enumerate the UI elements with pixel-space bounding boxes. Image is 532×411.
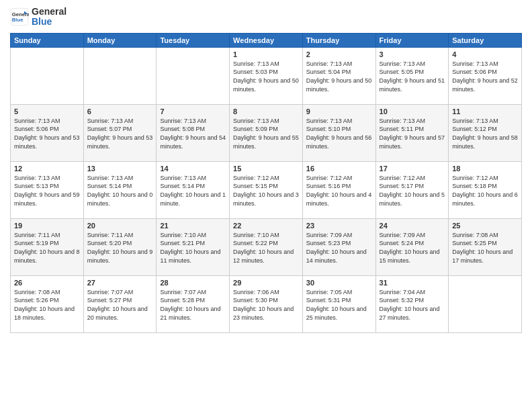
- calendar-cell: 2Sunrise: 7:13 AM Sunset: 5:04 PM Daylig…: [302, 47, 375, 104]
- day-details: Sunrise: 7:08 AM Sunset: 5:25 PM Dayligh…: [452, 231, 518, 265]
- calendar-cell: 12Sunrise: 7:13 AM Sunset: 5:13 PM Dayli…: [11, 161, 84, 218]
- calendar-cell: 6Sunrise: 7:13 AM Sunset: 5:07 PM Daylig…: [83, 104, 157, 161]
- day-details: Sunrise: 7:04 AM Sunset: 5:32 PM Dayligh…: [380, 288, 445, 322]
- weekday-header-monday: Monday: [83, 33, 157, 47]
- day-number: 18: [452, 165, 518, 173]
- day-number: 2: [306, 50, 372, 58]
- day-number: 20: [87, 222, 153, 230]
- header: General Blue General Blue: [10, 7, 522, 28]
- day-number: 17: [380, 165, 445, 173]
- day-details: Sunrise: 7:13 AM Sunset: 5:12 PM Dayligh…: [452, 117, 518, 150]
- calendar-cell: [157, 47, 230, 104]
- week-row-5: 26Sunrise: 7:08 AM Sunset: 5:26 PM Dayli…: [11, 275, 522, 332]
- calendar-cell: 7Sunrise: 7:13 AM Sunset: 5:08 PM Daylig…: [157, 104, 230, 161]
- calendar-cell: 10Sunrise: 7:13 AM Sunset: 5:11 PM Dayli…: [375, 104, 449, 161]
- day-details: Sunrise: 7:10 AM Sunset: 5:22 PM Dayligh…: [233, 231, 299, 265]
- day-number: 14: [160, 165, 226, 173]
- week-row-3: 12Sunrise: 7:13 AM Sunset: 5:13 PM Dayli…: [11, 161, 522, 218]
- day-details: Sunrise: 7:06 AM Sunset: 5:30 PM Dayligh…: [233, 288, 299, 322]
- day-details: Sunrise: 7:13 AM Sunset: 5:08 PM Dayligh…: [160, 117, 226, 150]
- day-details: Sunrise: 7:08 AM Sunset: 5:26 PM Dayligh…: [14, 288, 80, 322]
- calendar-cell: 27Sunrise: 7:07 AM Sunset: 5:27 PM Dayli…: [83, 275, 157, 332]
- calendar-cell: 9Sunrise: 7:13 AM Sunset: 5:10 PM Daylig…: [302, 104, 375, 161]
- svg-text:Blue: Blue: [12, 17, 24, 23]
- calendar-cell: 5Sunrise: 7:13 AM Sunset: 5:06 PM Daylig…: [11, 104, 84, 161]
- day-details: Sunrise: 7:07 AM Sunset: 5:28 PM Dayligh…: [160, 288, 226, 322]
- day-number: 27: [87, 279, 153, 287]
- calendar-cell: 25Sunrise: 7:08 AM Sunset: 5:25 PM Dayli…: [449, 218, 522, 275]
- calendar-cell: [83, 47, 157, 104]
- calendar-cell: 4Sunrise: 7:13 AM Sunset: 5:06 PM Daylig…: [449, 47, 522, 104]
- calendar-cell: 13Sunrise: 7:13 AM Sunset: 5:14 PM Dayli…: [83, 161, 157, 218]
- calendar-cell: 31Sunrise: 7:04 AM Sunset: 5:32 PM Dayli…: [375, 275, 449, 332]
- day-number: 26: [14, 279, 80, 287]
- week-row-4: 19Sunrise: 7:11 AM Sunset: 5:19 PM Dayli…: [11, 218, 522, 275]
- day-details: Sunrise: 7:12 AM Sunset: 5:15 PM Dayligh…: [233, 174, 299, 208]
- day-details: Sunrise: 7:13 AM Sunset: 5:14 PM Dayligh…: [87, 174, 153, 208]
- calendar-cell: 24Sunrise: 7:09 AM Sunset: 5:24 PM Dayli…: [375, 218, 449, 275]
- day-number: 21: [160, 222, 226, 230]
- day-number: 29: [233, 279, 299, 287]
- day-number: 24: [380, 222, 445, 230]
- day-number: 5: [14, 107, 80, 116]
- logo-icon: General Blue: [10, 7, 29, 26]
- day-details: Sunrise: 7:12 AM Sunset: 5:16 PM Dayligh…: [306, 174, 372, 208]
- day-number: 16: [306, 165, 372, 173]
- day-number: 9: [306, 107, 372, 116]
- day-details: Sunrise: 7:13 AM Sunset: 5:07 PM Dayligh…: [87, 117, 153, 150]
- calendar-cell: 14Sunrise: 7:13 AM Sunset: 5:14 PM Dayli…: [157, 161, 230, 218]
- day-details: Sunrise: 7:11 AM Sunset: 5:20 PM Dayligh…: [87, 231, 153, 265]
- calendar-table: SundayMondayTuesdayWednesdayThursdayFrid…: [10, 33, 522, 333]
- day-number: 13: [87, 165, 153, 173]
- logo: General Blue General Blue: [10, 7, 66, 28]
- calendar-cell: 26Sunrise: 7:08 AM Sunset: 5:26 PM Dayli…: [11, 275, 84, 332]
- calendar-cell: 18Sunrise: 7:12 AM Sunset: 5:18 PM Dayli…: [449, 161, 522, 218]
- day-number: 22: [233, 222, 299, 230]
- calendar-cell: 21Sunrise: 7:10 AM Sunset: 5:21 PM Dayli…: [157, 218, 230, 275]
- day-number: 4: [452, 50, 518, 58]
- day-number: 6: [87, 107, 153, 116]
- day-details: Sunrise: 7:09 AM Sunset: 5:23 PM Dayligh…: [306, 231, 372, 265]
- day-number: 8: [233, 107, 299, 116]
- day-number: 28: [160, 279, 226, 287]
- day-number: 25: [452, 222, 518, 230]
- calendar-cell: 20Sunrise: 7:11 AM Sunset: 5:20 PM Dayli…: [83, 218, 157, 275]
- calendar-cell: 3Sunrise: 7:13 AM Sunset: 5:05 PM Daylig…: [375, 47, 449, 104]
- day-number: 1: [233, 50, 299, 58]
- calendar-cell: 11Sunrise: 7:13 AM Sunset: 5:12 PM Dayli…: [449, 104, 522, 161]
- week-row-2: 5Sunrise: 7:13 AM Sunset: 5:06 PM Daylig…: [11, 104, 522, 161]
- calendar-cell: 29Sunrise: 7:06 AM Sunset: 5:30 PM Dayli…: [230, 275, 303, 332]
- day-details: Sunrise: 7:13 AM Sunset: 5:05 PM Dayligh…: [380, 60, 445, 93]
- calendar-cell: 28Sunrise: 7:07 AM Sunset: 5:28 PM Dayli…: [157, 275, 230, 332]
- day-number: 23: [306, 222, 372, 230]
- day-details: Sunrise: 7:12 AM Sunset: 5:17 PM Dayligh…: [380, 174, 445, 208]
- day-details: Sunrise: 7:07 AM Sunset: 5:27 PM Dayligh…: [87, 288, 153, 322]
- day-number: 31: [380, 279, 445, 287]
- day-number: 19: [14, 222, 80, 230]
- day-number: 10: [380, 107, 445, 116]
- day-details: Sunrise: 7:13 AM Sunset: 5:03 PM Dayligh…: [233, 60, 299, 93]
- day-number: 7: [160, 107, 226, 116]
- day-details: Sunrise: 7:13 AM Sunset: 5:09 PM Dayligh…: [233, 117, 299, 150]
- week-row-1: 1Sunrise: 7:13 AM Sunset: 5:03 PM Daylig…: [11, 47, 522, 104]
- day-details: Sunrise: 7:13 AM Sunset: 5:06 PM Dayligh…: [14, 117, 80, 150]
- weekday-header-row: SundayMondayTuesdayWednesdayThursdayFrid…: [11, 33, 522, 47]
- day-number: 3: [380, 50, 445, 58]
- day-details: Sunrise: 7:09 AM Sunset: 5:24 PM Dayligh…: [380, 231, 445, 265]
- calendar-cell: 17Sunrise: 7:12 AM Sunset: 5:17 PM Dayli…: [375, 161, 449, 218]
- day-details: Sunrise: 7:13 AM Sunset: 5:04 PM Dayligh…: [306, 60, 372, 93]
- day-details: Sunrise: 7:11 AM Sunset: 5:19 PM Dayligh…: [14, 231, 80, 265]
- day-number: 15: [233, 165, 299, 173]
- day-number: 11: [452, 107, 518, 116]
- day-number: 12: [14, 165, 80, 173]
- logo-text: General Blue: [32, 7, 66, 28]
- calendar-cell: [449, 275, 522, 332]
- calendar-cell: 19Sunrise: 7:11 AM Sunset: 5:19 PM Dayli…: [11, 218, 84, 275]
- day-number: 30: [306, 279, 372, 287]
- calendar-cell: [11, 47, 84, 104]
- day-details: Sunrise: 7:10 AM Sunset: 5:21 PM Dayligh…: [160, 231, 226, 265]
- calendar-cell: 22Sunrise: 7:10 AM Sunset: 5:22 PM Dayli…: [230, 218, 303, 275]
- svg-text:General: General: [12, 11, 29, 17]
- day-details: Sunrise: 7:13 AM Sunset: 5:13 PM Dayligh…: [14, 174, 80, 208]
- weekday-header-friday: Friday: [375, 33, 449, 47]
